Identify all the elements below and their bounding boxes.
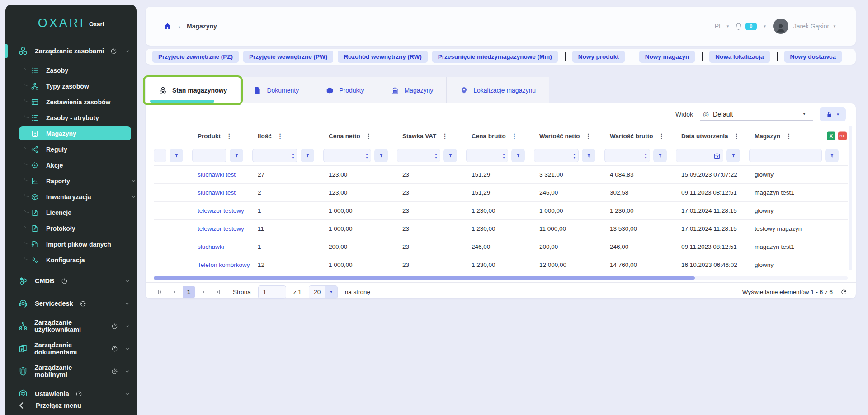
filter-input-wartosc-netto[interactable]: ▲▼ [534,149,579,162]
action-button-przesuniecie-miedzymagazynowe-mm[interactable]: Przesunięcie międzymagazynowe (Mm) [432,51,558,63]
sidebar-section-cmdb[interactable]: CMDB [5,270,137,292]
sidebar-item-akcje[interactable]: Akcje [5,157,137,173]
view-dropdown[interactable]: ◎ Default ▼ [700,108,813,121]
filter-funnel-icon[interactable] [511,149,525,162]
filter-funnel-icon[interactable] [653,149,667,162]
refresh-icon[interactable] [840,288,848,296]
column-header-ilosc[interactable]: Ilość⋮ [252,125,323,146]
pdf-export-icon[interactable]: PDF [838,131,847,140]
sidebar-section-zarzadzanie-uzytkownikami[interactable]: Zarządzanie użytkownikami [5,315,137,337]
filter-funnel-icon[interactable] [170,149,183,162]
spinner-icon[interactable]: ▲▼ [292,153,295,159]
horizontal-scrollbar[interactable] [154,276,848,280]
filter-input-stawka-vat[interactable]: ▲▼ [397,149,440,162]
column-header-cena-netto[interactable]: Cena netto⋮ [323,125,397,146]
product-link[interactable]: sluchawki test [198,171,236,178]
filter-funnel-icon[interactable] [301,149,314,162]
horizontal-scrollbar-thumb[interactable] [154,276,695,280]
spinner-icon[interactable]: ▲▼ [573,153,576,159]
sidebar-item-zestawienia-zasobow[interactable]: Zestawienia zasobów [5,94,137,110]
avatar[interactable] [773,19,788,34]
kebab-menu-icon[interactable]: ⋮ [585,132,592,140]
sidebar-item-licencje[interactable]: Licencje [5,205,137,220]
action-button-nowa-lokalizacja[interactable]: Nowa lokalizacja [709,51,769,63]
sidebar-item-inwentaryzacja[interactable]: Inwentaryzacja [5,189,137,205]
spinner-icon[interactable]: ▲▼ [644,153,647,159]
previous-page-button[interactable] [168,286,180,298]
breadcrumb-current[interactable]: Magazyny [187,23,217,30]
filter-input-data-utworzenia[interactable] [676,149,723,162]
action-button-przyjecie-wewnetrzne-pw[interactable]: Przyjęcie wewnętrzne (PW) [243,51,333,63]
page-number-input[interactable] [258,285,286,299]
column-header-cena-brutto[interactable]: Cena brutto⋮ [466,125,534,146]
sidebar-item-raporty[interactable]: Raporty [5,173,137,189]
sidebar-item-konfiguracja[interactable]: Konfiguracja [5,252,137,268]
language-selector[interactable]: PL [715,23,722,30]
filter-funnel-icon[interactable] [230,149,243,162]
filter-funnel-icon[interactable] [443,149,457,162]
page-size-select[interactable]: 20 ▼ [309,285,338,299]
product-link[interactable]: telewizor testowy [198,225,244,232]
column-header-wartosc-netto[interactable]: Wartość netto⋮ [534,125,604,146]
sidebar-section-zarzadzanie-dokumentami[interactable]: Zarządzanie dokumentami [5,337,137,360]
product-link[interactable]: sluchawki test [198,189,236,196]
caret-down-icon[interactable]: ▼ [833,24,836,28]
spinner-icon[interactable]: ▲▼ [365,153,368,159]
column-header-produkt[interactable]: Produkt⋮ [192,125,252,146]
first-page-button[interactable] [154,286,165,298]
filter-input-magazyn[interactable] [749,149,822,162]
action-button-nowy-produkt[interactable]: Nowy produkt [572,51,625,63]
sidebar-item-protoko-y[interactable]: Protokoły [5,220,137,236]
column-header-magazyn[interactable]: Magazyn⋮XPDF [749,125,848,146]
user-name[interactable]: Jarek Gąsior [793,23,829,30]
filter-input-ilosc[interactable]: ▲▼ [252,149,297,162]
product-link[interactable]: telewizor testowy [198,207,244,214]
product-link[interactable]: Telefon komórkowy [198,261,250,268]
column-header-wartosc-brutto[interactable]: Wartość brutto⋮ [604,125,676,146]
filter-funnel-icon[interactable] [374,149,388,162]
kebab-menu-icon[interactable]: ⋮ [786,132,793,140]
tab-lokalizacje-magazynu[interactable]: Lokalizacje magazynu [446,77,549,103]
tab-dokumenty[interactable]: Dokumenty [240,77,312,103]
page-number-button[interactable]: 1 [183,286,195,298]
action-button-rozchod-wewnetrzny-rw[interactable]: Rozchód wewnętrzny (RW) [338,51,427,63]
filter-input-cena-netto[interactable]: ▲▼ [323,149,371,162]
tab-magazyny[interactable]: Magazyny [377,77,446,103]
vertical-scrollbar[interactable] [849,126,852,270]
filter-funnel-icon[interactable] [582,149,595,162]
sidebar-item-zasoby-atrybuty[interactable]: Zasoby - atrybuty [5,110,137,126]
tab-produkty[interactable]: Produkty [312,77,377,103]
notifications-badge[interactable]: 0 [745,23,757,30]
sidebar-section-servicedesk[interactable]: Servicedesk [5,292,137,315]
sidebar-item-regu-y[interactable]: Reguły [5,141,137,157]
caret-down-icon[interactable]: ▼ [763,24,767,28]
filter-funnel-icon[interactable] [825,149,839,162]
kebab-menu-icon[interactable]: ⋮ [511,132,518,140]
action-button-nowy-magazyn[interactable]: Nowy magazyn [639,51,695,63]
bell-icon[interactable] [734,22,743,31]
spinner-icon[interactable]: ▲▼ [434,153,438,159]
spinner-icon[interactable]: ▲▼ [502,153,505,159]
sidebar-item-zasoby[interactable]: Zasoby [5,62,137,78]
sidebar-toggle[interactable]: Przełącz menu [5,396,137,415]
sidebar-section-ustawienia[interactable]: Ustawienia [5,382,137,396]
kebab-menu-icon[interactable]: ⋮ [734,132,741,140]
kebab-menu-icon[interactable]: ⋮ [277,132,284,140]
kebab-menu-icon[interactable]: ⋮ [442,132,448,140]
filter-input-row-select[interactable] [154,149,166,162]
calendar-icon[interactable] [713,152,721,159]
action-button-przyjecie-zewnetrzne-pz[interactable]: Przyjęcie zewnętrzne (PZ) [152,51,239,63]
product-link[interactable]: słuchawki [198,243,224,250]
action-button-nowy-dostawca[interactable]: Nowy dostawca [784,51,842,63]
sidebar-item-import-plikow-danych[interactable]: Import plików danych [5,236,137,252]
sidebar-item-typy-zasobow[interactable]: Typy zasobów [5,78,137,94]
logo[interactable]: OXARI Oxari [5,5,137,38]
filter-input-cena-brutto[interactable]: ▲▼ [466,149,508,162]
home-icon[interactable] [163,22,172,31]
excel-export-icon[interactable]: X [827,131,835,140]
sidebar-section-zarzadzanie-mobilnymi[interactable]: Zarządzanie mobilnymi [5,360,137,382]
sidebar-section-zarzadzanie-zasobami[interactable]: Zarządzanie zasobami [5,40,137,62]
tab-stan-magazynowy[interactable]: Stan magazynowy [146,77,240,103]
column-header-data-utworzenia[interactable]: Data utworzenia⋮ [676,125,749,146]
filter-input-wartosc-brutto[interactable]: ▲▼ [604,149,650,162]
